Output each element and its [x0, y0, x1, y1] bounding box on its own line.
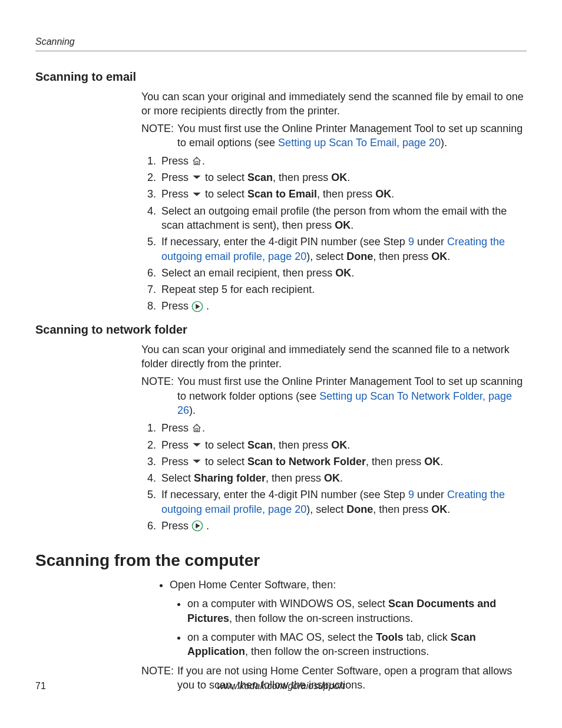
step-2: Press to select Scan, then press OK.: [159, 438, 527, 452]
start-icon: [191, 520, 203, 532]
note-body: You must first use the Online Printer Ma…: [177, 121, 527, 150]
home-icon: [191, 423, 202, 433]
heading-scan-to-network-folder: Scanning to network folder: [35, 322, 527, 338]
footer-url: www.kodak.com/go/aiosupport: [217, 680, 345, 693]
heading-scan-to-email: Scanning to email: [35, 69, 527, 85]
step-8: Press .: [159, 299, 527, 313]
note-label: NOTE:: [141, 121, 174, 150]
note-email: NOTE: You must first use the Online Prin…: [141, 121, 527, 150]
page-footer: 71 www.kodak.com/go/aiosupport: [35, 680, 527, 693]
note-label: NOTE:: [141, 374, 174, 417]
down-arrow-icon: [191, 442, 202, 448]
running-header: Scanning: [35, 35, 527, 51]
down-arrow-icon: [191, 174, 202, 180]
step-3: Press to select Scan to Network Folder, …: [159, 454, 527, 469]
note-body: You must first use the Online Printer Ma…: [177, 374, 527, 417]
start-icon: [191, 301, 203, 312]
step-6: Select an email recipient, then press OK…: [159, 266, 527, 280]
down-arrow-icon: [191, 459, 202, 465]
step-1: Press .: [159, 154, 527, 168]
intro-email: You can scan your original and immediate…: [141, 90, 527, 118]
step-5: If necessary, enter the 4-digit PIN numb…: [159, 487, 527, 516]
page-number: 71: [35, 680, 46, 693]
down-arrow-icon: [191, 192, 202, 197]
bullet-open-home-center: Open Home Center Software, then: on a co…: [170, 578, 527, 658]
link-step-9[interactable]: 9: [408, 489, 414, 500]
note-network: NOTE: You must first use the Online Prin…: [141, 374, 527, 417]
step-7: Repeat step 5 for each recipient.: [159, 282, 527, 297]
home-icon: [191, 156, 202, 166]
sub-bullet-mac: on a computer with MAC OS, select the To…: [187, 630, 527, 659]
steps-email: Press . Press to select Scan, then press…: [141, 154, 527, 314]
step-4: Select Sharing folder, then press OK.: [159, 471, 527, 485]
link-setup-scan-to-email[interactable]: Setting up Scan To Email, page 20: [278, 137, 441, 149]
step-6: Press .: [159, 519, 527, 533]
sub-bullet-windows: on a computer with WINDOWS OS, select Sc…: [187, 597, 527, 625]
step-2: Press to select Scan, then press OK.: [159, 170, 527, 185]
bullets-computer: Open Home Center Software, then: on a co…: [141, 578, 527, 658]
step-4: Select an outgoing email profile (the pe…: [159, 204, 527, 233]
link-step-9[interactable]: 9: [408, 236, 414, 248]
heading-scanning-from-computer: Scanning from the computer: [35, 549, 527, 572]
steps-network: Press . Press to select Scan, then press…: [141, 421, 527, 533]
step-1: Press .: [159, 421, 527, 435]
intro-network: You can scan your original and immediate…: [141, 342, 527, 371]
step-5: If necessary, enter the 4-digit PIN numb…: [159, 235, 527, 263]
step-3: Press to select Scan to Email, then pres…: [159, 187, 527, 201]
